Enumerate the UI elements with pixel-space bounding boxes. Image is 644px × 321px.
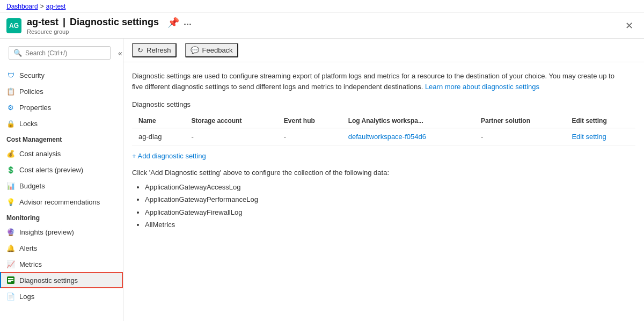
- refresh-icon: ↻: [137, 46, 143, 54]
- refresh-button[interactable]: ↻ Refresh: [132, 43, 177, 57]
- cost-analysis-icon: 💰: [6, 149, 15, 158]
- list-item: ApplicationGatewayFirewallLog: [145, 206, 635, 218]
- insights-icon: 🔮: [6, 228, 15, 236]
- sidebar: 🔍 « 🛡 Security 📋 Policies ⚙ Properties 🔒…: [0, 39, 123, 321]
- more-icon[interactable]: ...: [184, 17, 192, 28]
- col-header-edit: Edit setting: [565, 114, 635, 128]
- description-text: Diagnostic settings are used to configur…: [132, 71, 615, 92]
- edit-setting-link[interactable]: Edit setting: [572, 133, 606, 141]
- sidebar-item-label: Locks: [19, 120, 38, 128]
- properties-icon: ⚙: [6, 103, 15, 112]
- table-row: ag-diag - - defaultworkspace-f054d6 - Ed…: [132, 128, 635, 145]
- search-icon: 🔍: [13, 49, 22, 57]
- policies-icon: 📋: [6, 87, 15, 96]
- monitoring-section: Monitoring: [0, 210, 123, 224]
- log-analytics-link[interactable]: defaultworkspace-f054d6: [348, 133, 426, 141]
- sidebar-item-budgets[interactable]: 📊 Budgets: [0, 178, 123, 194]
- sidebar-item-metrics[interactable]: 📈 Metrics: [0, 256, 123, 272]
- list-item: ApplicationGatewayAccessLog: [145, 181, 635, 193]
- sidebar-item-label: Advisor recommendations: [19, 198, 100, 206]
- svg-rect-1: [8, 278, 13, 279]
- list-item: AllMetrics: [145, 218, 635, 231]
- sidebar-item-alerts[interactable]: 🔔 Alerts: [0, 240, 123, 256]
- col-header-loganalytics: Log Analytics workspa...: [342, 114, 474, 128]
- feedback-icon: 💬: [191, 46, 199, 54]
- col-header-storage: Storage account: [185, 114, 277, 128]
- cost-alerts-icon: 💲: [6, 165, 15, 174]
- sidebar-item-insights[interactable]: 🔮 Insights (preview): [0, 224, 123, 240]
- data-items-list: ApplicationGatewayAccessLog ApplicationG…: [132, 181, 635, 231]
- col-header-eventhub: Event hub: [277, 114, 342, 128]
- sidebar-item-policies[interactable]: 📋 Policies: [0, 83, 123, 99]
- sidebar-item-label: Diagnostic settings: [19, 276, 78, 284]
- content-body: Diagnostic settings are used to configur…: [123, 62, 644, 321]
- diagnostic-settings-icon: [6, 276, 15, 284]
- sidebar-item-label: Insights (preview): [19, 228, 74, 236]
- sidebar-item-label: Budgets: [19, 182, 45, 190]
- learn-more-link[interactable]: Learn more about diagnostic settings: [425, 83, 539, 91]
- sidebar-item-label: Properties: [19, 104, 51, 112]
- row-partner: -: [474, 128, 565, 145]
- row-name: ag-diag: [132, 128, 185, 145]
- page-title: ag-test | Diagnostic settings 📌 ...: [27, 17, 621, 28]
- collapse-button[interactable]: «: [117, 48, 123, 59]
- title-separator: |: [63, 17, 65, 28]
- resource-type: Resource group: [27, 28, 621, 35]
- col-header-partner: Partner solution: [474, 114, 565, 128]
- top-bar: AG ag-test | Diagnostic settings 📌 ... R…: [0, 13, 644, 39]
- sidebar-item-advisor[interactable]: 💡 Advisor recommendations: [0, 194, 123, 210]
- sidebar-item-cost-alerts[interactable]: 💲 Cost alerts (preview): [0, 162, 123, 178]
- sidebar-item-logs[interactable]: 📄 Logs: [0, 288, 123, 304]
- add-diagnostic-setting-button[interactable]: + Add diagnostic setting: [132, 152, 206, 160]
- app-icon: AG: [6, 18, 21, 33]
- sidebar-item-label: Cost analysis: [19, 150, 61, 158]
- sidebar-item-label: Metrics: [19, 260, 42, 268]
- row-loganalytics: defaultworkspace-f054d6: [342, 128, 474, 145]
- feedback-label: Feedback: [202, 46, 233, 54]
- sidebar-item-properties[interactable]: ⚙ Properties: [0, 99, 123, 115]
- list-item: ApplicationGatewayPerformanceLog: [145, 193, 635, 206]
- breadcrumb-separator: >: [40, 3, 44, 10]
- row-storage: -: [185, 128, 277, 145]
- sidebar-item-cost-analysis[interactable]: 💰 Cost analysis: [0, 145, 123, 162]
- title-icons[interactable]: 📌 ...: [167, 17, 192, 28]
- advisor-icon: 💡: [6, 198, 15, 206]
- refresh-label: Refresh: [147, 46, 171, 54]
- resource-name: ag-test: [27, 17, 58, 28]
- breadcrumb: Dashboard > ag-test: [0, 0, 644, 13]
- collect-info-text: Click 'Add Diagnostic setting' above to …: [132, 169, 635, 177]
- shield-icon: 🛡: [6, 71, 15, 79]
- locks-icon: 🔒: [6, 119, 15, 128]
- sidebar-item-label: Cost alerts (preview): [19, 166, 83, 174]
- alerts-icon: 🔔: [6, 244, 15, 252]
- feedback-button[interactable]: 💬 Feedback: [185, 43, 238, 57]
- main-content: ↻ Refresh 💬 Feedback Diagnostic settings…: [123, 39, 644, 321]
- sidebar-item-label: Alerts: [19, 244, 37, 252]
- row-edit: Edit setting: [565, 128, 635, 145]
- close-button[interactable]: ✕: [621, 18, 638, 34]
- toolbar: ↻ Refresh 💬 Feedback: [123, 39, 644, 62]
- section-title: Diagnostic settings: [132, 100, 635, 108]
- sidebar-item-label: Security: [19, 71, 45, 79]
- cost-management-section: Cost Management: [0, 132, 123, 145]
- page-title-text: Diagnostic settings: [70, 17, 159, 28]
- svg-rect-2: [8, 280, 13, 281]
- sidebar-item-label: Policies: [19, 87, 43, 96]
- sidebar-item-diagnostic-settings[interactable]: Diagnostic settings: [0, 272, 123, 288]
- sidebar-item-label: Logs: [19, 293, 34, 301]
- search-box[interactable]: 🔍: [9, 46, 111, 60]
- title-section: ag-test | Diagnostic settings 📌 ... Reso…: [27, 17, 621, 35]
- pin-icon[interactable]: 📌: [167, 17, 179, 28]
- budgets-icon: 📊: [6, 181, 15, 190]
- breadcrumb-resource[interactable]: ag-test: [46, 3, 66, 10]
- diagnostic-table: Name Storage account Event hub Log Analy…: [132, 114, 635, 145]
- sidebar-item-locks[interactable]: 🔒 Locks: [0, 115, 123, 132]
- row-eventhub: -: [277, 128, 342, 145]
- logs-icon: 📄: [6, 292, 15, 301]
- svg-rect-3: [8, 281, 11, 282]
- breadcrumb-dashboard[interactable]: Dashboard: [6, 3, 38, 10]
- col-header-name: Name: [132, 114, 185, 128]
- metrics-icon: 📈: [6, 260, 15, 268]
- search-input[interactable]: [25, 49, 106, 57]
- sidebar-item-security[interactable]: 🛡 Security: [0, 67, 123, 83]
